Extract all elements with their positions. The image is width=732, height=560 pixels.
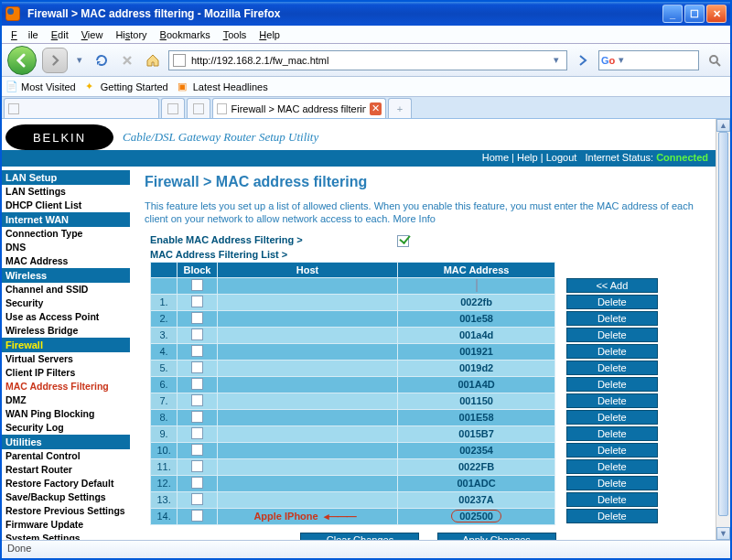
tab-blank-1[interactable]: [4, 98, 159, 118]
search-bar[interactable]: Go ▾: [598, 50, 699, 70]
search-input[interactable]: [628, 52, 696, 68]
block-checkbox[interactable]: [191, 345, 203, 357]
block-checkbox[interactable]: [191, 378, 203, 390]
delete-button[interactable]: Delete: [566, 393, 658, 408]
delete-button[interactable]: Delete: [566, 459, 658, 474]
block-checkbox[interactable]: [191, 444, 203, 456]
block-checkbox[interactable]: [191, 328, 203, 340]
delete-button[interactable]: Delete: [566, 492, 658, 507]
sidebar-item[interactable]: MAC Address: [2, 254, 130, 268]
block-checkbox[interactable]: [191, 394, 203, 406]
sidebar-item[interactable]: Restore Previous Settings: [2, 504, 130, 518]
delete-button[interactable]: Delete: [566, 410, 658, 425]
sidebar-item[interactable]: Parental Control: [2, 449, 130, 463]
bookmark-getting-started[interactable]: ✦Getting Started: [85, 81, 168, 93]
block-checkbox[interactable]: [191, 510, 203, 522]
sidebar-item[interactable]: LAN Settings: [2, 185, 130, 199]
sidebar-item[interactable]: Channel and SSID: [2, 283, 130, 296]
row-number: 14.: [151, 508, 178, 524]
minimize-button[interactable]: _: [662, 5, 683, 23]
link-home[interactable]: Home: [482, 152, 509, 163]
scroll-thumb[interactable]: [718, 132, 728, 516]
sidebar-item[interactable]: Restore Factory Default: [2, 477, 130, 490]
delete-button[interactable]: Delete: [566, 476, 658, 490]
menu-tools[interactable]: Tools: [218, 27, 253, 42]
delete-button[interactable]: Delete: [566, 377, 658, 392]
block-checkbox[interactable]: [191, 427, 203, 439]
search-go-icon[interactable]: [705, 50, 725, 70]
sidebar-item[interactable]: Wireless Bridge: [2, 324, 130, 338]
search-engine-dropdown-icon[interactable]: ▾: [615, 54, 628, 66]
apply-changes-button[interactable]: Apply Changes: [437, 533, 556, 540]
delete-button[interactable]: Delete: [566, 295, 658, 309]
block-checkbox[interactable]: [191, 460, 203, 472]
delete-button[interactable]: Delete: [566, 311, 658, 326]
url-input[interactable]: [189, 54, 546, 67]
scroll-up-button[interactable]: ▲: [716, 119, 730, 132]
tab-blank-2[interactable]: [161, 98, 185, 118]
sidebar-item[interactable]: Security Log: [2, 421, 130, 435]
sidebar-item[interactable]: System Settings: [2, 532, 130, 540]
sidebar-item[interactable]: Save/Backup Settings: [2, 490, 130, 504]
delete-button[interactable]: Delete: [566, 328, 658, 342]
block-checkbox[interactable]: [191, 312, 203, 324]
block-checkbox[interactable]: [191, 477, 203, 489]
sidebar-item[interactable]: Firmware Update: [2, 518, 130, 532]
delete-button[interactable]: Delete: [566, 344, 658, 359]
tab-active[interactable]: Firewall > MAC address filtering ✕: [212, 98, 386, 118]
sidebar-item[interactable]: DMZ: [2, 393, 130, 407]
close-button[interactable]: ✕: [706, 5, 727, 23]
back-button[interactable]: [7, 46, 37, 75]
block-checkbox[interactable]: [191, 279, 203, 291]
maximize-button[interactable]: ☐: [684, 5, 705, 23]
host-cell: [217, 327, 398, 343]
delete-button[interactable]: Delete: [566, 443, 658, 458]
delete-button[interactable]: Delete: [566, 509, 658, 523]
reload-button[interactable]: [92, 50, 112, 70]
sidebar-item[interactable]: Security: [2, 296, 130, 310]
home-button[interactable]: [143, 50, 163, 70]
more-info-link[interactable]: More Info: [393, 213, 435, 224]
forward-button[interactable]: [42, 48, 68, 73]
url-dropdown-icon[interactable]: ▾: [550, 54, 563, 66]
row-number: [151, 277, 178, 294]
menu-edit[interactable]: Edit: [46, 27, 74, 42]
menu-view[interactable]: View: [76, 27, 109, 42]
delete-button[interactable]: Delete: [566, 361, 658, 375]
menu-history[interactable]: History: [110, 27, 152, 42]
sidebar-item[interactable]: Virtual Servers: [2, 352, 130, 366]
menu-bookmarks[interactable]: Bookmarks: [155, 27, 216, 42]
block-checkbox[interactable]: [191, 361, 203, 373]
stop-button[interactable]: [117, 50, 137, 70]
mac-input[interactable]: [476, 279, 478, 292]
sidebar-item[interactable]: Restart Router: [2, 463, 130, 477]
block-checkbox[interactable]: [191, 296, 203, 307]
sidebar-item[interactable]: DHCP Client List: [2, 199, 130, 212]
link-help[interactable]: Help: [517, 152, 538, 163]
tab-new-button[interactable]: +: [388, 98, 412, 118]
tab-blank-3[interactable]: [187, 98, 210, 118]
sidebar-item[interactable]: Use as Access Point: [2, 310, 130, 324]
scroll-down-button[interactable]: ▼: [716, 527, 730, 540]
block-checkbox[interactable]: [191, 411, 203, 423]
tab-close-button[interactable]: ✕: [370, 102, 382, 115]
sidebar-item[interactable]: WAN Ping Blocking: [2, 407, 130, 421]
scrollbar[interactable]: ▲ ▼: [716, 119, 730, 540]
sidebar-item[interactable]: Client IP Filters: [2, 366, 130, 380]
nav-history-dropdown-icon[interactable]: ▾: [73, 54, 86, 66]
clear-changes-button[interactable]: Clear Changes: [300, 533, 419, 540]
menu-file[interactable]: File: [5, 27, 44, 42]
sidebar-item[interactable]: Connection Type: [2, 227, 130, 241]
menu-help[interactable]: Help: [253, 27, 285, 42]
link-logout[interactable]: Logout: [546, 152, 577, 163]
enable-filtering-checkbox[interactable]: [397, 235, 409, 247]
add-button[interactable]: << Add: [566, 278, 658, 293]
url-bar[interactable]: ▾: [168, 50, 567, 70]
bookmark-latest-headlines[interactable]: ▣Latest Headlines: [178, 81, 268, 93]
go-button[interactable]: [573, 50, 593, 70]
delete-button[interactable]: Delete: [566, 426, 658, 441]
bookmark-most-visited[interactable]: 📄Most Visited: [5, 81, 76, 93]
sidebar-item[interactable]: DNS: [2, 241, 130, 254]
block-checkbox[interactable]: [191, 493, 203, 505]
sidebar-item[interactable]: MAC Address Filtering: [2, 380, 130, 393]
